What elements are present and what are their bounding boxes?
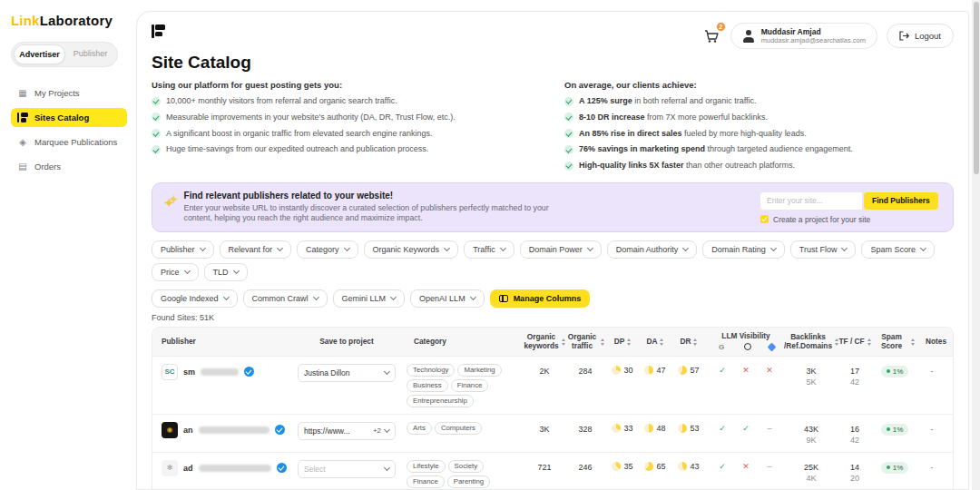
table-body: SCsmJustina DillonTechnologyMarketingBus…: [152, 357, 953, 490]
verified-badge-icon: [277, 463, 287, 473]
llm-check-icon: ✓: [740, 424, 751, 433]
benefit-item: High-quality links 5X faster than other …: [564, 161, 954, 171]
banner-text: Find relevant publishers related to your…: [184, 191, 751, 224]
benefits-left-list: 10,000+ monthly visitors from referral a…: [152, 96, 541, 155]
project-select[interactable]: https://www...+2: [298, 422, 396, 440]
verified-badge-icon: [244, 367, 254, 377]
project-select-value: https://www...: [304, 426, 369, 436]
filter-domain-rating[interactable]: Domain Rating: [702, 240, 785, 259]
page-title: Site Catalog: [152, 53, 954, 73]
filter-relevant-for[interactable]: Relevant for: [220, 240, 292, 259]
chevron-down-icon: [500, 245, 506, 251]
llm-check-icon: ✓: [717, 462, 728, 471]
llm-cross-icon: ✕: [764, 366, 775, 375]
benefits-right-list: A 125% surge in both referral and organi…: [564, 96, 954, 171]
category-tag: Lifestyle: [407, 460, 446, 473]
llm-check-icon: ✓: [717, 366, 728, 375]
gauge-icon: [612, 424, 621, 433]
brand-mark-icon: [152, 24, 168, 39]
tf-cf-cell-top: 14: [850, 462, 859, 473]
spam-score-badge: 1%: [881, 462, 909, 474]
sidebar-item-my-projects[interactable]: ▦ My Projects: [11, 83, 127, 103]
filter-domain-power[interactable]: Domain Power: [520, 240, 602, 259]
tf-cf-cell-top: 17: [850, 366, 859, 377]
filter-common-crawl[interactable]: Common Crawl: [243, 289, 328, 308]
tf-cf-cell: 1742: [837, 364, 873, 387]
manage-columns-button[interactable]: Manage Columns: [490, 289, 591, 308]
find-publishers-button[interactable]: Find Publishers: [864, 192, 938, 210]
filter-google-indexed[interactable]: Google Indexed: [152, 289, 238, 308]
logout-button[interactable]: Logout: [887, 24, 954, 48]
project-select[interactable]: Select: [298, 460, 396, 478]
dp-cell-value: 30: [623, 366, 632, 375]
filter-spam-score[interactable]: Spam Score: [861, 240, 935, 259]
filter-category[interactable]: Category: [297, 240, 358, 259]
table-row[interactable]: ✻adSelectLifestyleSocietyFinanceParentin…: [152, 453, 953, 490]
page-scrollbar[interactable]: [972, 0, 980, 490]
sort-icon[interactable]: [867, 338, 871, 346]
da-cell: 47: [639, 364, 671, 375]
project-select[interactable]: Justina Dillon: [298, 364, 396, 382]
category-cell: LifestyleSocietyFinanceParentingFamily: [405, 460, 524, 490]
gauge-icon: [612, 366, 621, 375]
user-menu[interactable]: Muddasir Amjad muddasir.amjad@searchatla…: [730, 23, 877, 49]
scrollbar-thumb[interactable]: [974, 2, 979, 174]
gauge-icon: [644, 424, 653, 433]
publisher-name: sm: [183, 368, 195, 377]
sort-icon[interactable]: [627, 338, 631, 346]
cart-button[interactable]: 2: [702, 27, 721, 45]
chevron-down-icon: [682, 245, 689, 251]
sort-icon[interactable]: [660, 338, 663, 346]
check-circle-icon: [152, 97, 161, 106]
toggle-advertiser[interactable]: Advertiser: [14, 44, 65, 64]
filter-label: Domain Authority: [616, 245, 679, 254]
filter-price[interactable]: Price: [152, 263, 199, 281]
redacted-name: [199, 426, 270, 434]
filter-publisher[interactable]: Publisher: [152, 240, 214, 259]
sort-icon[interactable]: [601, 338, 604, 346]
filter-tld[interactable]: TLD: [204, 263, 248, 281]
gauge-icon: [678, 462, 687, 471]
table-row[interactable]: SCsmJustina DillonTechnologyMarketingBus…: [152, 357, 953, 415]
benefits-left-heading: Using our platform for guest posting get…: [152, 80, 541, 90]
dr-cell-value: 53: [690, 424, 699, 433]
benefit-text: 8-10 DR increase from 7X more powerful b…: [579, 113, 768, 122]
backlinks-cell-top: 3K: [806, 366, 816, 377]
save-to-project-cell: https://www...+2: [289, 422, 405, 440]
project-select-value: Select: [304, 465, 381, 474]
create-project-checkbox[interactable]: Create a project for your site: [760, 215, 942, 224]
publisher-cell: ✻ad: [152, 460, 289, 476]
sort-icon[interactable]: [911, 338, 915, 346]
category-cell: ArtsComputers: [405, 422, 524, 435]
sort-icon[interactable]: [693, 338, 697, 346]
filter-openai-llm[interactable]: OpenAI LLM: [410, 289, 485, 308]
check-circle-icon: [564, 113, 573, 122]
filter-traffic[interactable]: Traffic: [464, 240, 514, 259]
logout-label: Logout: [915, 31, 941, 41]
benefit-item: A 125% surge in both referral and organi…: [564, 96, 954, 106]
filter-trust-flow[interactable]: Trust Flow: [790, 240, 857, 259]
da-cell: 65: [639, 460, 671, 471]
organic-traffic-cell: 284: [564, 364, 606, 376]
filter-label: Domain Rating: [711, 245, 766, 254]
sidebar-item-orders[interactable]: ▤ Orders: [11, 157, 127, 176]
brand-logo[interactable]: LinkLaboratory: [11, 13, 127, 28]
sidebar-item-sites-catalog[interactable]: Sites Catalog: [11, 108, 127, 127]
col-tf-cf: TF / CF: [837, 332, 873, 352]
filter-label: OpenAI LLM: [419, 294, 466, 303]
sidebar-menu: ▦ My Projects Sites Catalog ◈ Marquee Pu…: [11, 83, 127, 176]
filter-domain-authority[interactable]: Domain Authority: [607, 240, 698, 259]
table-row[interactable]: ◉anhttps://www...+2ArtsComputers3K328334…: [152, 415, 953, 453]
filter-organic-keywords[interactable]: Organic Keywords: [364, 240, 459, 259]
site-url-input[interactable]: [760, 192, 862, 210]
chevron-down-icon: [841, 245, 848, 251]
tf-cf-cell-top: 16: [850, 424, 859, 435]
toggle-publisher[interactable]: Publisher: [65, 44, 115, 64]
dp-cell: 33: [606, 422, 639, 433]
benefit-text: Measurable improvements in your website'…: [166, 113, 456, 122]
gauge-icon: [678, 366, 687, 375]
publisher-cell: SCsm: [152, 364, 289, 380]
sidebar-item-marquee-publications[interactable]: ◈ Marquee Publications: [11, 132, 127, 152]
filter-gemini-llm[interactable]: Gemini LLM: [333, 289, 406, 308]
filter-label: Gemini LLM: [342, 294, 387, 303]
